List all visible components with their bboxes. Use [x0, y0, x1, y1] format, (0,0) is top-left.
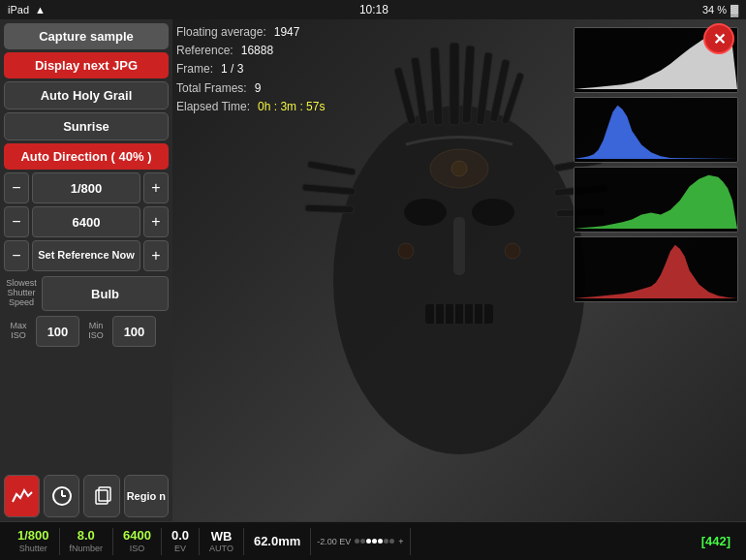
floating-avg-value: 1947: [274, 23, 300, 42]
iso-display: 6400 ISO: [113, 528, 161, 553]
svg-point-32: [398, 243, 414, 259]
iso-plus-button[interactable]: +: [143, 206, 169, 237]
close-button[interactable]: ✕: [703, 23, 734, 54]
waveform-icon: [11, 484, 34, 508]
blue-histogram: [574, 97, 738, 163]
ev-dot-6: [384, 539, 389, 544]
clock-icon-button[interactable]: [44, 475, 79, 517]
blue-histogram-svg: [575, 98, 737, 162]
bracket-count-display: [442]: [701, 534, 738, 548]
clock-icon: [51, 485, 73, 507]
shutter-value[interactable]: 1/800: [32, 172, 140, 203]
wb-display: WB AUTO: [200, 529, 243, 553]
document-copy-icon: [92, 486, 111, 506]
close-icon: ✕: [713, 30, 726, 48]
elapsed-time-label: Elapsed Time:: [176, 98, 250, 116]
ev-dot-2: [360, 539, 365, 544]
shutter-minus-button[interactable]: −: [4, 172, 29, 203]
ev-dot-5: [378, 539, 383, 544]
sidebar-bottom-icons: Regio n: [4, 475, 169, 517]
svg-rect-16: [305, 204, 354, 213]
focal-length-display: 62.0mm: [244, 534, 310, 548]
svg-rect-14: [307, 161, 356, 176]
shutter-display: 1/800 Shutter: [8, 528, 59, 553]
green-histogram-svg: [575, 168, 737, 232]
histograms-panel: [574, 27, 738, 302]
iso-value-display: 6400: [123, 528, 151, 544]
frame-label: Frame:: [176, 60, 213, 78]
ev-dot-4: [372, 539, 377, 544]
fnumber-label-display: fNumber: [70, 544, 104, 554]
ev-dot-3: [366, 539, 371, 544]
image-info-overlay: Floating average: 1947 Reference: 16888 …: [176, 23, 325, 116]
shutter-control: − 1/800 +: [4, 172, 169, 203]
min-iso-value[interactable]: 100: [112, 316, 156, 347]
ev-display: 0.0 EV: [162, 528, 199, 553]
ev-dots: -2.00 EV +: [317, 537, 403, 546]
iso-minus-button[interactable]: −: [4, 206, 29, 237]
shutter-plus-button[interactable]: +: [143, 172, 169, 203]
shutter-label-display: Shutter: [19, 544, 47, 554]
iso-minmax-row: Max ISO 100 Min ISO 100: [4, 316, 169, 347]
set-reference-control: − Set Reference Now +: [4, 240, 169, 271]
focal-length-value: 62.0mm: [254, 534, 300, 548]
histogram-icon-button[interactable]: [4, 475, 40, 517]
battery-label: 34 %: [702, 4, 727, 16]
reference-value: 16888: [241, 42, 273, 60]
svg-rect-22: [453, 217, 465, 275]
bottom-bar: 1/800 Shutter 8.0 fNumber 6400 ISO 0.0 E…: [0, 521, 746, 560]
reference-label: Reference:: [176, 42, 233, 60]
ev-dot-7: [389, 539, 394, 544]
bulb-button[interactable]: Bulb: [42, 276, 169, 311]
shutter-value-display: 1/800: [17, 528, 49, 544]
svg-point-31: [451, 161, 467, 176]
svg-rect-15: [302, 184, 356, 196]
wifi-icon: ▲: [35, 4, 46, 16]
sidebar: Capture sample Display next JPG Auto Hol…: [0, 19, 172, 521]
svg-point-20: [404, 199, 447, 226]
svg-rect-6: [393, 67, 416, 125]
svg-point-21: [472, 199, 514, 226]
ev-indicator-section: -2.00 EV +: [311, 537, 409, 546]
red-histogram-svg: [575, 237, 737, 301]
fnumber-value-display: 8.0: [78, 528, 95, 544]
set-reference-value[interactable]: Set Reference Now: [32, 240, 140, 271]
iso-label-display: ISO: [130, 544, 145, 554]
capture-sample-button[interactable]: Capture sample: [4, 23, 169, 49]
max-iso-label: Max ISO: [4, 322, 33, 341]
frame-value: 1 / 3: [221, 60, 243, 78]
time-display: 10:18: [359, 3, 389, 16]
ev-dot-1: [355, 539, 359, 544]
total-frames-value: 9: [255, 79, 262, 98]
bulb-row: Slowest Shutter Speed Bulb: [4, 276, 169, 311]
auto-direction-button[interactable]: Auto Direction ( 40% ): [4, 143, 169, 170]
svg-rect-9: [450, 43, 459, 125]
auto-holy-grail-button[interactable]: Auto Holy Grail: [4, 81, 169, 109]
sunrise-button[interactable]: Sunrise: [4, 112, 169, 140]
ev-neg-label: -2.00 EV: [317, 537, 351, 546]
max-iso-value[interactable]: 100: [36, 316, 79, 347]
red-histogram: [574, 236, 738, 302]
ev-pos-label: +: [398, 537, 403, 546]
copy-icon-button[interactable]: [83, 475, 119, 517]
min-iso-label: Min ISO: [82, 322, 109, 341]
device-label: iPad: [8, 4, 29, 16]
status-bar: iPad ▲ 10:18 34 % ▓: [0, 0, 746, 19]
wb-value: WB: [211, 529, 233, 544]
iso-value[interactable]: 6400: [32, 206, 140, 237]
svg-rect-4: [99, 487, 110, 501]
region-button[interactable]: Regio n: [124, 475, 169, 517]
green-histogram: [574, 167, 738, 233]
display-next-jpg-button[interactable]: Display next JPG: [4, 52, 169, 78]
slowest-shutter-label: Slowest Shutter Speed: [4, 279, 39, 308]
total-frames-label: Total Frames:: [176, 79, 247, 98]
ev-value-display: 0.0: [171, 528, 189, 544]
svg-rect-3: [96, 490, 108, 504]
fnumber-display: 8.0 fNumber: [60, 528, 113, 553]
main-image-area: Floating average: 1947 Reference: 16888 …: [172, 19, 746, 521]
elapsed-time-value: 0h : 3m : 57s: [258, 98, 325, 116]
status-left: iPad ▲: [8, 4, 46, 16]
reference-plus-button[interactable]: +: [143, 240, 169, 271]
battery-icon: ▓: [730, 4, 738, 16]
reference-minus-button[interactable]: −: [4, 240, 29, 271]
